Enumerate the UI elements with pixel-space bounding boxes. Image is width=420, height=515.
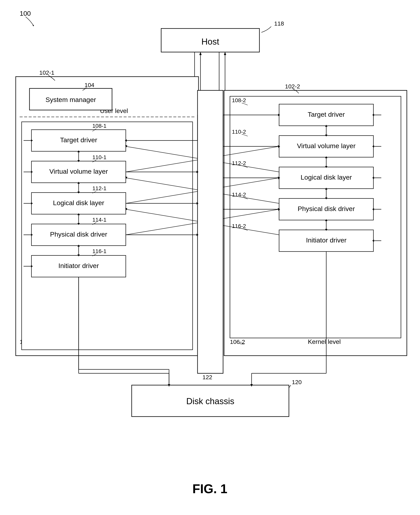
- ref-118: 118: [274, 20, 284, 27]
- physical-disk-1-label: Physical disk driver: [50, 231, 107, 238]
- target-driver-1-label: Target driver: [60, 136, 97, 144]
- virtual-volume-2-label: Virtual volume layer: [297, 142, 356, 149]
- svg-marker-10: [224, 52, 226, 55]
- ref-108-1: 108-1: [92, 123, 106, 129]
- system-manager-label: System manager: [45, 96, 96, 103]
- ref-100: 100: [20, 10, 31, 17]
- ref-120: 120: [292, 379, 302, 385]
- ref-110-1: 110-1: [92, 154, 106, 160]
- kernel-level-label-2: Kernel level: [308, 338, 341, 345]
- virtual-volume-1-label: Virtual volume layer: [49, 168, 108, 175]
- physical-disk-2-label: Physical disk driver: [298, 205, 355, 212]
- disk-chassis-label: Disk chassis: [186, 396, 234, 406]
- ref-112-1: 112-1: [92, 185, 106, 191]
- svg-marker-6: [199, 52, 202, 55]
- main-diagram-svg: Host 118 100 102-1 User level Sys: [0, 0, 420, 515]
- ref-102-1: 102-1: [39, 69, 54, 76]
- ref-110-2: 110-2: [232, 129, 246, 135]
- svg-line-2: [33, 25, 34, 26]
- ref-102-2: 102-2: [285, 83, 300, 90]
- figure-title: FIG. 1: [192, 482, 227, 496]
- ref-108-2: 108-2: [232, 97, 246, 103]
- logical-disk-2-label: Logical disk layer: [301, 173, 352, 181]
- svg-rect-86: [197, 90, 223, 373]
- diagram-container: Host 118 100 102-1 User level Sys: [0, 0, 420, 515]
- ref-122: 122: [202, 374, 212, 381]
- target-driver-2-label: Target driver: [308, 111, 345, 118]
- initiator-driver-2-label: Initiator driver: [306, 236, 346, 244]
- initiator-driver-1-label: Initiator driver: [58, 262, 99, 269]
- host-label: Host: [202, 37, 219, 46]
- logical-disk-1-label: Logical disk layer: [53, 199, 104, 207]
- ref-104: 104: [84, 82, 94, 88]
- ref-116-1: 116-1: [92, 248, 106, 254]
- ref-114-1: 114-1: [92, 217, 106, 223]
